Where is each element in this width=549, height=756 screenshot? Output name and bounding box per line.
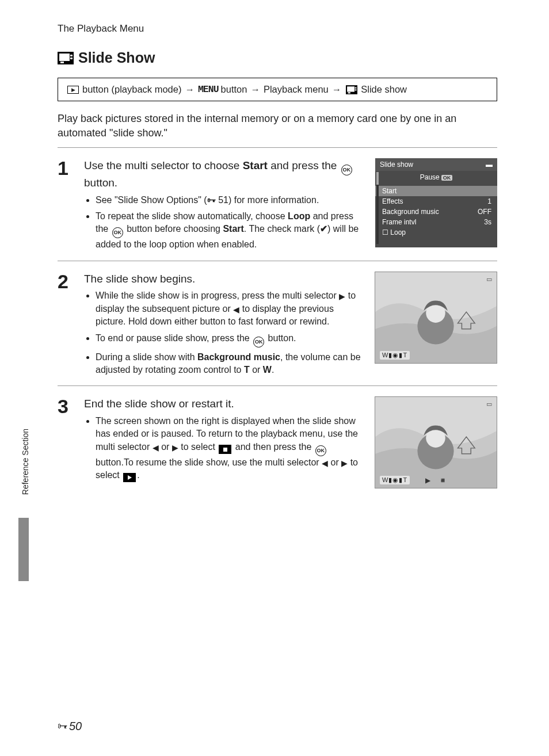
section-title-row: Slide Show — [58, 49, 497, 66]
breadcrumb-part2b: button — [221, 84, 247, 95]
divider — [58, 261, 497, 261]
svg-rect-7 — [355, 87, 357, 88]
svg-rect-2 — [70, 55, 73, 56]
svg-rect-4 — [60, 62, 64, 63]
step-bullets: See "Slide Show Options" (🗝 51) for more… — [84, 194, 365, 251]
ok-button-icon: OK — [315, 445, 326, 456]
cam-title: Slide show — [380, 161, 413, 169]
arrow-icon: → — [331, 84, 343, 95]
right-arrow-icon: ▶ — [341, 459, 348, 468]
step-bullets: The screen shown on the right is display… — [84, 415, 364, 482]
slide-show-icon — [58, 52, 74, 64]
step-number: 3 — [58, 396, 74, 488]
section-title: Slide Show — [78, 49, 155, 66]
step-heading: The slide show begins. — [84, 272, 364, 287]
play-icon: ▶ — [425, 476, 430, 484]
step-number: 2 — [58, 272, 74, 380]
bullet: The screen shown on the right is display… — [96, 415, 364, 482]
arrow-icon: → — [184, 84, 196, 95]
stop-icon — [219, 445, 231, 454]
battery-icon: ▭ — [486, 400, 492, 408]
svg-rect-1 — [59, 54, 70, 61]
play-icon — [123, 473, 136, 482]
cam-menu-row: Start — [375, 186, 497, 196]
cam-menu-row: Background musicOFF — [375, 207, 497, 217]
stop-icon: ◾ — [439, 476, 447, 484]
play-stop-controls: ▶ ◾ — [425, 476, 447, 484]
left-arrow-icon: ◀ — [322, 459, 328, 468]
breadcrumb: ▶ button (playback mode) → MENU button →… — [58, 78, 497, 101]
battery-icon: ▬ — [486, 161, 493, 169]
bullet: To repeat the slide show automatically, … — [96, 210, 365, 251]
svg-rect-3 — [70, 58, 73, 59]
cam-menu-row: Effects1 — [375, 196, 497, 207]
side-tab-label: Reference Section — [21, 429, 30, 495]
photo-preview: ▭ W▮◉▮T ▶ ◾ — [375, 396, 497, 488]
divider — [58, 385, 497, 386]
photo-preview: ▭ W▮◉▮T — [375, 272, 497, 364]
svg-rect-8 — [355, 89, 357, 90]
breadcrumb-part3: Playback menu — [264, 84, 329, 95]
breadcrumb-part1: button (playback mode) — [82, 84, 181, 95]
divider — [58, 147, 497, 148]
ok-button-icon: OK — [341, 165, 352, 175]
bullet: While the slide show is in progress, pre… — [96, 289, 364, 329]
cam-menu-row: ☐ Loop — [375, 227, 497, 238]
reference-icon: 🗝 — [207, 195, 216, 205]
step-2: 2 The slide show begins. While the slide… — [58, 267, 497, 380]
reference-icon: 🗝 — [58, 720, 68, 732]
ok-button-icon: OK — [112, 227, 123, 238]
chapter-header: The Playback Menu — [58, 23, 497, 35]
battery-icon: ▭ — [486, 276, 492, 283]
step-heading: End the slide show or restart it. — [84, 396, 364, 411]
side-tab-bar — [18, 518, 29, 581]
zoom-indicator: W▮◉▮T — [380, 476, 410, 484]
left-arrow-icon: ◀ — [233, 305, 239, 314]
ok-button-icon: OK — [253, 337, 264, 348]
cam-pause-label: Pause — [420, 173, 440, 181]
bullet: To end or pause slide show, press the OK… — [96, 332, 364, 348]
zoom-indicator: W▮◉▮T — [380, 351, 410, 360]
bullet: During a slide show with Background musi… — [96, 351, 364, 377]
page-footer: 🗝 50 — [58, 720, 82, 733]
left-arrow-icon: ◀ — [152, 443, 159, 452]
menu-label: MENU — [198, 84, 219, 95]
bullet: See "Slide Show Options" (🗝 51) for more… — [96, 194, 365, 207]
slide-show-icon — [346, 85, 357, 94]
step-number: 1 — [58, 158, 74, 254]
right-arrow-icon: ▶ — [339, 292, 345, 301]
scroll-indicator — [376, 172, 379, 244]
camera-screen-mock: Slide show ▬ PauseOK Start Effects1 Back… — [375, 158, 497, 247]
cam-menu-row: Frame intvl3s — [375, 217, 497, 227]
right-arrow-icon: ▶ — [172, 443, 178, 452]
arrow-icon: → — [249, 84, 261, 95]
step-1: 1 Use the multi selector to choose Start… — [58, 154, 497, 254]
svg-rect-9 — [348, 92, 350, 93]
cam-menu: Start Effects1 Background musicOFF Frame… — [375, 186, 497, 238]
ok-badge-icon: OK — [441, 175, 453, 181]
step-heading: Use the multi selector to choose Start a… — [84, 158, 365, 190]
intro-text: Play back pictures stored in the interna… — [58, 112, 497, 140]
svg-rect-6 — [347, 86, 354, 91]
step-3: 3 End the slide show or restart it. The … — [58, 392, 497, 488]
breadcrumb-part4: Slide show — [361, 84, 407, 95]
page-number: 50 — [69, 720, 82, 733]
step-bullets: While the slide show is in progress, pre… — [84, 289, 364, 376]
playback-icon: ▶ — [67, 86, 79, 94]
checkmark-icon: ✔ — [320, 224, 327, 234]
